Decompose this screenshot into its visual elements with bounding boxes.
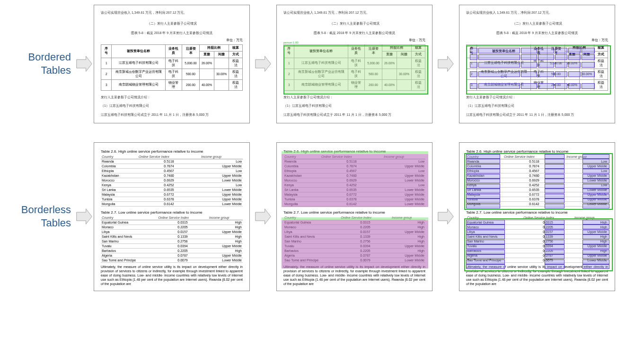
cn-page-2: 该公司实现营业收入 1,349.61 万元，净利润 267.12 万元。（二）发…: [276, 5, 432, 123]
table-row: Algeria0.0787Upper Middle: [466, 253, 608, 258]
table-row: Kenya0.4252Low: [101, 182, 243, 187]
th-biz: 业务性质: [530, 44, 547, 58]
table-row: Rwanda0.5118Low: [101, 159, 243, 164]
table-row: 2南京新城云创数字产业运营有限公司电子科技500.0030.00%权益法: [284, 69, 425, 79]
table-row: San Marino0.2756High: [283, 239, 425, 243]
table-row: Mongolia0.6142Lower Middle: [283, 201, 425, 206]
table-row: 3南京朗城物业管理有限公司物业管理200.0040.00%权益法: [467, 79, 608, 90]
table-title-2: Table 2.7. Low online service performanc…: [283, 210, 425, 215]
table-row: Equatorial Guinea0.0315High: [283, 220, 425, 225]
table-row: Equatorial Guinea0.0315High: [101, 220, 243, 225]
table-row: 3南京朗城物业管理有限公司物业管理200.0040.00%权益法: [284, 79, 425, 90]
table-row: 1江苏五维电子科技有限公司电子科技5,000.0026.00%权益法: [101, 58, 243, 69]
table-row: Libya0.0157Upper Middle: [283, 229, 425, 234]
cn-line1: 该公司实现营业收入 1,349.61 万元，净利润 267.12 万元。: [466, 10, 608, 16]
table-row: Saint Kitts and Nevis0.1339High: [466, 234, 608, 239]
th-group: Income group: [383, 155, 425, 159]
th-seq: 序号: [101, 44, 112, 58]
table-row: Rwanda0.5118Low: [283, 159, 425, 164]
th-index: Online Service Index: [503, 155, 565, 159]
table-row: Libya0.0157Upper Middle: [101, 229, 243, 234]
table-row: Saint Kitts and Nevis0.1339High: [283, 234, 425, 239]
table-row: Ethiopia0.4567Low: [466, 168, 608, 173]
cn-unit: 单位：万元: [283, 38, 425, 43]
table-title-1: Table 2.6. High online service performan…: [101, 149, 243, 154]
th-index: Online Service Index: [340, 216, 390, 220]
arrow-icon: [436, 54, 455, 73]
cn-line1: 该公司实现营业收入 1,349.61 万元，净利润 267.12 万元。: [283, 10, 425, 16]
table-row: Kazakhstan0.7480Upper Middle: [283, 173, 425, 178]
table-row: Tuvalu0.0394Upper Middle: [283, 243, 425, 248]
borderless-table: CountryOnline Service IndexIncome groupE…: [466, 216, 608, 263]
table-row: Colombia0.7874Upper Middle: [466, 164, 608, 168]
table-row: San Marino0.2756High: [466, 239, 608, 243]
table-row: Tunisia0.6378Upper Middle: [101, 197, 243, 201]
cn-page-3: 该公司实现营业收入 1,349.61 万元，净利润 267.12 万元。（二）发…: [459, 5, 615, 123]
table-row: Rwanda0.5118Low: [466, 159, 608, 164]
table-title-1: Table 2.6. High online service performan…: [283, 149, 425, 154]
table-row: Barbados0.2205High: [466, 248, 608, 253]
th-cap: 注册资本: [547, 44, 565, 58]
cn-line2: （二）发行人主要参股子公司情况: [466, 21, 608, 27]
cn-line2: （二）发行人主要参股子公司情况: [101, 21, 243, 27]
th-index: Online Service Index: [522, 216, 573, 220]
arrow-icon: [75, 54, 94, 73]
en-page-1: Table 2.6. High online service performan…: [94, 142, 250, 291]
borderless-pages: Table 2.6. High online service performan…: [94, 142, 615, 291]
table-row: Morocco0.6929Lower Middle: [283, 178, 425, 182]
cn-page-1: 该公司实现营业收入 1,349.61 万元，净利润 267.12 万元。（二）发…: [94, 5, 250, 123]
th-name: 被投资单位名称: [294, 44, 348, 58]
borderless-table: CountryOnline Service IndexIncome groupR…: [101, 155, 243, 207]
arrow-icon: [436, 207, 455, 226]
table-row: Colombia0.7874Upper Middle: [101, 164, 243, 168]
paragraph: Ultimately, the measure of online servic…: [466, 265, 608, 286]
bordered-row: Bordered Tables 该公司实现营业收入 1,349.61 万元，净利…: [5, 5, 639, 123]
bordered-table: 序号被投资单位名称业务性质注册资本持股比例核算直接间接方式1江苏五维电子科技有限…: [466, 44, 608, 91]
table-row: 3南京朗城物业管理有限公司物业管理200.0040.00%权益法: [101, 79, 243, 90]
table-row: Kazakhstan0.7480Upper Middle: [466, 173, 608, 178]
th-name: 被投资单位名称: [112, 44, 165, 58]
table-row: Kenya0.4252Low: [283, 182, 425, 187]
cn-after3: 江苏五维电子科技有限公司成立于 2011 年 11 月 1 日，注册资本 5,0…: [101, 112, 243, 118]
table-row: Morocco0.6929Lower Middle: [466, 178, 608, 182]
table-row: Libya0.0157Upper Middle: [466, 229, 608, 234]
borderless-table: CountryOnline Service IndexIncome groupE…: [283, 216, 425, 263]
cn-after2: （1）江苏五维电子科技有限公司: [283, 103, 425, 109]
bordered-table: 序号被投资单位名称业务性质注册资本持股比例核算直接间接方式1江苏五维电子科技有限…: [101, 44, 243, 91]
borderless-table: CountryOnline Service IndexIncome groupR…: [466, 155, 608, 207]
cn-unit: 单位：万元: [101, 38, 243, 43]
arrow-icon: [75, 207, 94, 226]
table-row: 1江苏五维电子科技有限公司电子科技5,000.0026.00%权益法: [284, 58, 425, 69]
borderless-row: Borderless Tables Table 2.6. High online…: [5, 142, 639, 291]
table-row: Mongolia0.6142Lower Middle: [101, 201, 243, 206]
table-row: 1江苏五维电子科技有限公司电子科技5,000.0026.00%权益法: [467, 58, 608, 69]
th-index: Online Service Index: [138, 155, 200, 159]
table-row: San Marino0.2756High: [101, 239, 243, 243]
table-row: Sao Tome and Principe0.0079Lower Middle: [466, 258, 608, 262]
th-direct: 直接: [565, 51, 579, 58]
th-country: Country: [283, 216, 340, 220]
bordered-table: 序号被投资单位名称业务性质注册资本持股比例核算直接间接方式1江苏五维电子科技有限…: [283, 44, 425, 91]
table-row: Colombia0.7874Upper Middle: [283, 164, 425, 168]
table-row: Algeria0.0787Upper Middle: [101, 253, 243, 258]
paragraph: Ultimately, the measure of online servic…: [101, 265, 243, 286]
cn-line2: （二）发行人主要参股子公司情况: [283, 21, 425, 27]
th-method: 核算: [412, 44, 425, 51]
table-row: Monaco0.2205High: [466, 225, 608, 229]
th-seq: 序号: [284, 44, 294, 58]
th-ratio: 持股比例: [382, 44, 411, 51]
th-method: 核算: [229, 44, 243, 51]
table-row: Mongolia0.6142Lower Middle: [466, 201, 608, 206]
th-biz: 业务性质: [348, 44, 364, 58]
table-row: Equatorial Guinea0.0315High: [466, 220, 608, 225]
th-country: Country: [283, 155, 320, 159]
borderless-table: CountryOnline Service IndexIncome groupE…: [101, 216, 243, 263]
cn-after3: 江苏五维电子科技有限公司成立于 2011 年 11 月 1 日，注册资本 5,0…: [466, 112, 608, 118]
cn-line3: 图表 5-8：截至 2018 年 9 月末发行人主要参股公司情况: [283, 30, 425, 36]
table-row: Monaco0.2205High: [283, 225, 425, 229]
th-direct: 直接: [382, 51, 397, 58]
table-row: Monaco0.2205High: [101, 225, 243, 229]
en-page-2: Table 2.6. High online service performan…: [276, 142, 432, 291]
cn-after1: 发行人主要参股子公司情况介绍：: [101, 95, 243, 101]
table-row: Barbados0.2205High: [283, 248, 425, 253]
